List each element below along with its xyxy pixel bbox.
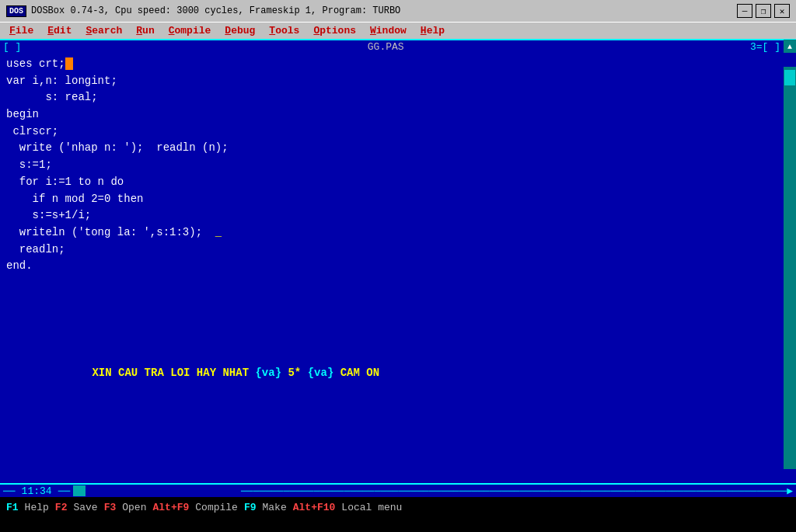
f2-key[interactable]: F2 [55, 502, 68, 513]
editor-left-bracket: [ ] [0, 41, 24, 53]
minimize-button[interactable]: — [737, 4, 752, 18]
menu-help[interactable]: Help [414, 23, 451, 38]
f3-label: Open [122, 502, 146, 513]
restore-button[interactable]: ❐ [756, 4, 771, 18]
scroll-thumb[interactable] [784, 70, 795, 85]
f9-label: Make [263, 502, 287, 513]
bottom-bar: ── 11:34 ── ────────────────────────────… [0, 483, 796, 497]
code-line-3: s: real; [6, 89, 790, 106]
altf10-key[interactable]: Alt+F10 [293, 502, 336, 513]
menu-tools[interactable]: Tools [263, 23, 305, 38]
f3-key[interactable]: F3 [104, 502, 117, 513]
altf9-label: Compile [195, 502, 238, 513]
code-line-7: s:=1; [6, 157, 790, 174]
bottom-scroll-thumb[interactable] [73, 485, 86, 496]
altf9-key[interactable]: Alt+F9 [152, 502, 189, 513]
f9-key[interactable]: F9 [244, 502, 257, 513]
menu-compile[interactable]: Compile [162, 23, 218, 38]
code-line-6: write ('nhap n: '); readln (n); [6, 140, 790, 157]
menu-options[interactable]: Options [307, 23, 362, 38]
editor-filename: GG.PAS [24, 41, 747, 53]
bottom-bracket-right: ── [58, 485, 71, 497]
title-bar: DOS DOSBox 0.74-3, Cpu speed: 3000 cycle… [0, 0, 796, 22]
code-line-5: clrscr; [6, 123, 790, 141]
code-area[interactable]: uses crt; var i,n: longint; s: real; beg… [0, 53, 796, 483]
inline-cursor: _ [215, 224, 222, 242]
code-line-14 [6, 275, 790, 292]
bottom-bracket-left: ── [3, 485, 16, 497]
code-line-12: readln; [6, 242, 790, 259]
bottom-right-arrow: ────────────────────────────────────────… [241, 485, 793, 497]
menu-file[interactable]: File [3, 23, 40, 38]
code-line-17 [6, 325, 790, 342]
code-line-16 [6, 308, 790, 325]
bottom-time: 11:34 [16, 485, 58, 497]
menu-debug[interactable]: Debug [218, 23, 261, 38]
code-line-15 [6, 292, 790, 309]
menu-window[interactable]: Window [364, 23, 413, 38]
code-line-2: var i,n: longint; [6, 73, 790, 90]
code-line-8: for i:=1 to n do [6, 174, 790, 191]
f1-label: Help [25, 502, 49, 513]
f1-key[interactable]: F1 [6, 502, 19, 513]
altf10-label: Local menu [341, 502, 402, 513]
scrollbar-right[interactable] [784, 67, 796, 469]
menu-run[interactable]: Run [130, 23, 160, 38]
message-line-code: XIN CAU TRA LOI HAY NHAT {va} 5* {va} CA… [53, 349, 790, 399]
status-bar: F1 Help F2 Save F3 Open Alt+F9 Compile F… [0, 497, 796, 518]
editor-right-info: 3=[ ] [747, 41, 784, 53]
f2-label: Save [73, 502, 97, 513]
code-line-4: begin [6, 106, 790, 123]
menu-bar: File Edit Search Run Compile Debug Tools… [0, 22, 796, 39]
editor-container: [ ] GG.PAS 3=[ ] ▲ uses crt; var i,n: lo… [0, 39, 796, 497]
dos-icon: DOS [6, 5, 26, 17]
menu-edit[interactable]: Edit [41, 23, 78, 38]
code-line-9: if n mod 2=0 then [6, 191, 790, 208]
text-cursor [65, 57, 73, 70]
close-button[interactable]: ✕ [774, 4, 790, 18]
scrollbar-top-right[interactable]: ▲ [784, 40, 796, 54]
code-line-13: end. [6, 258, 790, 275]
code-line-11: writeln ('tong la: ',s:1:3); _ [6, 224, 790, 242]
code-line-10: s:=s+1/i; [6, 207, 790, 224]
title-text: DOSBox 0.74-3, Cpu speed: 3000 cycles, F… [31, 5, 400, 16]
menu-search[interactable]: Search [79, 23, 128, 38]
title-left: DOS DOSBox 0.74-3, Cpu speed: 3000 cycle… [6, 5, 400, 17]
code-line-1: uses crt; [6, 56, 790, 73]
editor-top-bar: [ ] GG.PAS 3=[ ] ▲ [0, 39, 796, 53]
title-controls: — ❐ ✕ [737, 4, 790, 18]
